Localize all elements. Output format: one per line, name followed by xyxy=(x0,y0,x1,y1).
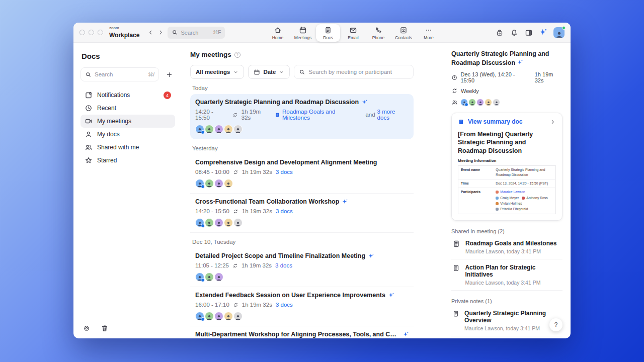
online-status-dot xyxy=(562,26,566,30)
more-icon xyxy=(425,26,433,34)
person-icon xyxy=(225,182,231,188)
people-icon xyxy=(451,99,458,106)
sidebar-item-label: Shared with me xyxy=(97,144,139,151)
back-button[interactable] xyxy=(145,27,155,38)
device-icon[interactable] xyxy=(496,29,504,37)
participant-avatars xyxy=(195,218,409,227)
tab-email[interactable]: Email xyxy=(341,24,365,42)
side-panel-icon[interactable] xyxy=(525,29,533,37)
row-label: Participants xyxy=(458,188,494,214)
help-icon[interactable]: ? xyxy=(234,52,240,58)
all-meetings-filter[interactable]: All meetings xyxy=(190,65,244,79)
tab-label: Email xyxy=(348,35,358,40)
meeting-row[interactable]: Detailed Project Scope and Timeline Fina… xyxy=(190,248,414,287)
meeting-time: 14:20 - 15:50 xyxy=(195,109,229,121)
meeting-search-input[interactable] xyxy=(308,69,409,75)
avatar xyxy=(496,208,499,211)
window-minimize-button[interactable] xyxy=(89,30,94,35)
avatar xyxy=(205,218,214,227)
global-search[interactable]: ⌘F xyxy=(168,27,225,39)
docs-count-link[interactable]: 3 docs xyxy=(276,302,293,308)
avatar xyxy=(205,312,214,321)
view-summary-doc-link[interactable]: View summary doc xyxy=(458,118,556,125)
window-zoom-button[interactable] xyxy=(98,30,103,35)
sidebar-item-my-meetings[interactable]: My meetings xyxy=(80,115,175,128)
avatar xyxy=(496,191,499,194)
meeting-time: 11:05 - 12:25 xyxy=(195,262,229,268)
doc-title: Roadmap Goals and Milestones xyxy=(465,240,556,247)
meeting-row-selected[interactable]: Quarterly Strategic Planning and Roadmap… xyxy=(190,94,414,139)
forward-button[interactable] xyxy=(155,27,166,38)
sidebar-item-notifications[interactable]: Notifications 4 xyxy=(80,88,175,102)
docs-count-link[interactable]: 3 docs xyxy=(276,169,293,175)
doc-meta: Maurice Lawson, today 3:41 PM xyxy=(464,325,561,331)
meeting-search[interactable] xyxy=(294,65,414,79)
meeting-row[interactable]: Extended Feedback Session on User Experi… xyxy=(190,287,414,326)
meeting-row[interactable]: Cross-Functional Team Collaboration Work… xyxy=(190,194,414,233)
sidebar-search-input[interactable] xyxy=(95,71,124,77)
window-close-button[interactable] xyxy=(79,30,85,35)
meeting-duration: 1h 19m 32s xyxy=(242,262,272,268)
sidebar-item-shared-with-me[interactable]: Shared with me xyxy=(80,141,175,154)
notification-badge: 4 xyxy=(164,92,171,99)
avatar xyxy=(195,312,204,321)
more-docs-link[interactable]: 3 more docs xyxy=(377,109,409,121)
app-window: zoom Workplace ⌘F Home Meetings Docs Ema… xyxy=(73,23,571,338)
meeting-row[interactable]: Multi-Department Workshop for Aligning P… xyxy=(190,326,414,338)
sidebar-item-recent[interactable]: Recent xyxy=(80,102,175,115)
tab-label: Contacts xyxy=(395,35,412,40)
doc-link[interactable]: Roadmap Goals and Milestones xyxy=(282,109,363,121)
private-doc-item[interactable]: Quarterly Strategic Planning Overview Ma… xyxy=(451,305,562,336)
shared-doc-item[interactable]: Action Plan for Strategic Initiatives Ma… xyxy=(451,259,562,291)
meeting-duration: 1h 19m 32s xyxy=(242,302,272,308)
docs-count-link[interactable]: 3 docs xyxy=(275,262,292,268)
sidebar-item-label: Recent xyxy=(97,105,116,112)
group-label: Today xyxy=(192,85,412,91)
person-icon xyxy=(206,275,212,281)
tab-meetings[interactable]: Meetings xyxy=(291,24,315,42)
clock-icon xyxy=(451,74,458,81)
bell-icon[interactable] xyxy=(510,29,518,37)
clock-icon xyxy=(85,104,93,112)
search-icon xyxy=(85,71,92,78)
shared-doc-item[interactable]: Roadmap Goals and Milestones Maurice Law… xyxy=(451,235,562,259)
tab-more[interactable]: More xyxy=(417,24,441,42)
ai-companion-icon[interactable] xyxy=(539,29,547,36)
tab-label: Meetings xyxy=(294,35,312,40)
search-icon xyxy=(299,69,305,75)
avatar[interactable] xyxy=(553,27,565,38)
detail-title: Quarterly Strategic Planning and Roadmap… xyxy=(451,50,549,66)
date-filter[interactable]: Date xyxy=(248,65,290,79)
person-icon xyxy=(235,221,241,227)
gear-icon[interactable] xyxy=(83,324,91,332)
avatar xyxy=(214,179,223,188)
detail-recurrence: Weekly xyxy=(461,88,479,94)
new-doc-button[interactable] xyxy=(163,68,175,80)
tab-phone[interactable]: Phone xyxy=(366,24,390,42)
sidebar-search[interactable]: ⌘/ xyxy=(80,67,159,81)
avatar xyxy=(195,273,204,282)
sidebar-item-my-docs[interactable]: My docs xyxy=(80,128,175,141)
docs-count-link[interactable]: 3 docs xyxy=(276,208,293,214)
sidebar-item-starred[interactable]: Starred xyxy=(80,154,175,167)
section-title: My meetings xyxy=(190,51,231,58)
tab-home[interactable]: Home xyxy=(266,24,290,42)
group-label: Dec 10, Tuesday xyxy=(192,239,412,245)
detail-duration: 1h 19m 32s xyxy=(535,71,562,83)
avatar xyxy=(224,312,233,321)
create-private-notes-button[interactable]: Create private notes from meeting xyxy=(451,336,562,338)
ai-sparkle-icon xyxy=(403,332,409,337)
summary-doc-card[interactable]: View summary doc [From Meeting] Quarterl… xyxy=(451,113,562,221)
global-search-input[interactable] xyxy=(181,30,206,36)
host-badge xyxy=(464,103,468,107)
help-button[interactable]: ? xyxy=(549,318,562,331)
window-controls[interactable] xyxy=(79,30,103,35)
tab-contacts[interactable]: Contacts xyxy=(391,24,416,42)
doc-preview-title: [From Meeting] Quarterly Strategic Plann… xyxy=(458,130,556,155)
avatar xyxy=(493,99,500,106)
person-icon xyxy=(555,31,563,38)
meeting-row[interactable]: Comprehensive Design and Development Ali… xyxy=(190,154,414,194)
participants-cell: Maurice LawsonCraig MeyerAnthony Ross Vi… xyxy=(493,188,555,214)
tab-docs[interactable]: Docs xyxy=(316,24,340,42)
trash-icon[interactable] xyxy=(101,324,109,332)
